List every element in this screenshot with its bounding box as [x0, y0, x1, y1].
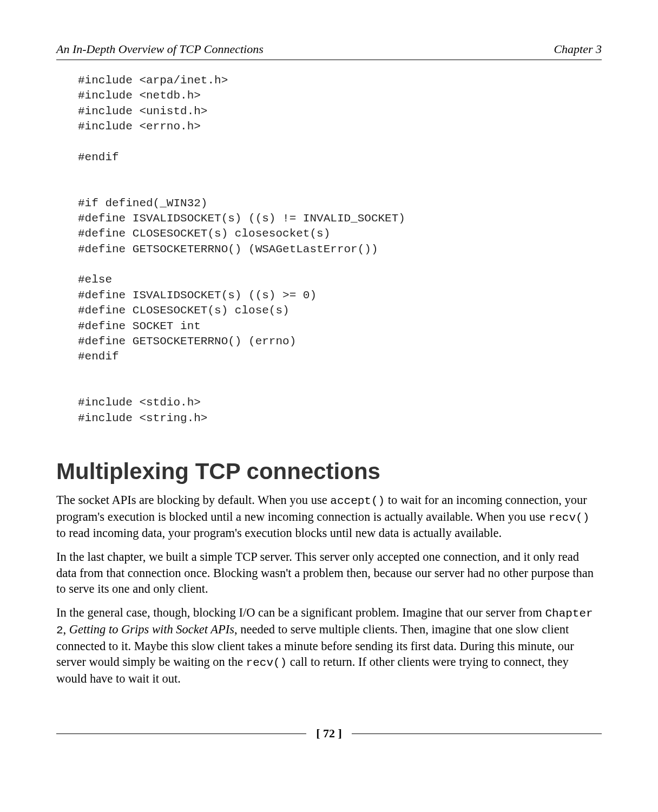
text-run: , [63, 623, 69, 636]
page: An In-Depth Overview of TCP Connections … [0, 0, 658, 812]
inline-code: recv() [549, 512, 590, 524]
running-header: An In-Depth Overview of TCP Connections … [56, 42, 602, 60]
footer-rule-right [352, 734, 602, 734]
text-run: The socket APIs are blocking by default.… [56, 493, 330, 507]
paragraph-3: In the general case, though, blocking I/… [56, 605, 602, 687]
page-number: [ 72 ] [316, 726, 342, 741]
header-title-left: An In-Depth Overview of TCP Connections [56, 42, 264, 56]
paragraph-2: In the last chapter, we built a simple T… [56, 549, 602, 597]
inline-italic: Getting to Grips with Socket APIs [69, 623, 234, 636]
header-title-right: Chapter 3 [554, 42, 602, 56]
text-run: In the general case, though, blocking I/… [56, 606, 545, 619]
inline-code: recv() [246, 657, 287, 669]
text-run: to read incoming data, your program's ex… [56, 526, 502, 540]
paragraph-1: The socket APIs are blocking by default.… [56, 492, 602, 541]
footer-rule-left [56, 734, 306, 734]
code-block: #include <arpa/inet.h> #include <netdb.h… [78, 73, 602, 426]
section-heading: Multiplexing TCP connections [56, 459, 602, 484]
inline-code: accept() [330, 495, 385, 507]
page-footer: [ 72 ] [56, 726, 602, 741]
footer-line: [ 72 ] [56, 726, 602, 741]
